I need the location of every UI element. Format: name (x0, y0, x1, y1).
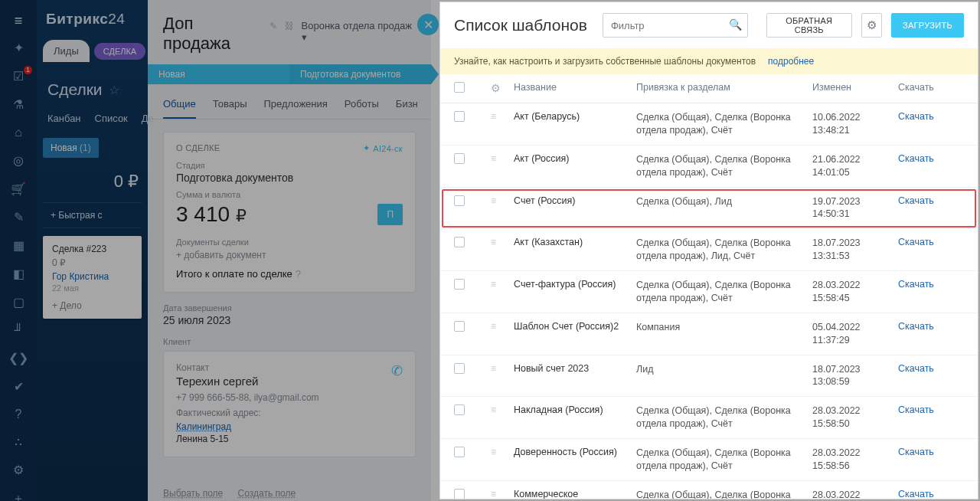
row-checkbox[interactable] (454, 447, 465, 457)
stage-chip-new[interactable]: Новая (1) (43, 138, 99, 158)
row-checkbox[interactable] (454, 321, 465, 332)
table-row[interactable]: ≡Акт (Казахстан)Сделка (Общая), Сделка (… (440, 229, 978, 271)
org-icon[interactable]: ▦ (9, 238, 28, 253)
select-all-checkbox[interactable] (454, 82, 465, 93)
robot-sidebar-icon[interactable]: ◧ (9, 267, 28, 281)
download-link[interactable]: Скачать (898, 489, 965, 499)
view-kanban[interactable]: Канбан (47, 113, 81, 124)
table-row[interactable]: ≡Новый счет 2023Лид18.07.202313:08:59Ска… (440, 355, 978, 398)
drag-handle-icon[interactable]: ≡ (491, 195, 514, 206)
quick-create[interactable]: Быстрая с (43, 202, 142, 228)
table-row[interactable]: ≡Доверенность (Россия)Сделка (Общая), Сд… (440, 439, 978, 481)
deals-icon[interactable]: ✦ (9, 41, 28, 55)
row-checkbox[interactable] (454, 237, 465, 247)
drag-handle-icon[interactable]: ≡ (491, 404, 514, 415)
drag-handle-icon[interactable]: ≡ (491, 489, 514, 499)
upload-button[interactable]: ЗАГРУЗИТЬ (891, 13, 964, 38)
col-name[interactable]: Название (514, 82, 636, 93)
row-checkbox[interactable] (454, 195, 465, 206)
contact-city[interactable]: Калининград (176, 421, 231, 432)
stage-1[interactable]: Новая (148, 64, 289, 84)
row-name: Коммерческое предложение (Россия) (514, 489, 636, 499)
download-link[interactable]: Скачать (898, 404, 965, 415)
drag-handle-icon[interactable]: ≡ (491, 153, 514, 164)
tab-leads[interactable]: Лиды (43, 40, 90, 62)
download-link[interactable]: Скачать (898, 237, 965, 247)
download-link[interactable]: Скачать (898, 279, 965, 290)
star-icon[interactable]: ☆ (109, 83, 119, 97)
doc-button[interactable]: П (377, 204, 403, 225)
help-itog-icon[interactable]: ? (296, 268, 301, 280)
download-link[interactable]: Скачать (898, 363, 965, 374)
tab-deal[interactable]: СДЕЛКА (94, 43, 145, 60)
row-checkbox[interactable] (454, 153, 465, 164)
tab-biz[interactable]: Бизн (396, 98, 418, 119)
table-row[interactable]: ≡Накладная (Россия)Сделка (Общая), Сделк… (440, 397, 978, 439)
col-mod[interactable]: Изменен (812, 82, 898, 93)
filter-input[interactable] (603, 13, 748, 38)
stage-2[interactable]: Подготовка документов (289, 64, 431, 84)
download-link[interactable]: Скачать (898, 321, 965, 332)
target-icon[interactable]: ◎ (9, 153, 28, 168)
drag-handle-icon[interactable]: ≡ (491, 447, 514, 457)
box-icon[interactable]: ▢ (9, 295, 28, 309)
row-checkbox[interactable] (454, 363, 465, 374)
cart-icon[interactable]: 🛒 (9, 182, 28, 196)
funnel-select[interactable]: Воронка отдела продаж ▾ (302, 20, 416, 43)
row-checkbox[interactable] (454, 489, 465, 499)
banner-more-link[interactable]: подробнее (768, 56, 814, 67)
tasks-icon[interactable]: ☑1 (9, 69, 28, 84)
view-more[interactable]: Де (142, 113, 154, 124)
gear-icon[interactable]: ⚙ (9, 463, 28, 477)
add-doc-link[interactable]: + добавить документ (176, 250, 403, 260)
home-icon[interactable]: ⌂ (9, 126, 28, 139)
tab-general[interactable]: Общие (163, 98, 196, 119)
download-link[interactable]: Скачать (898, 447, 965, 457)
tab-robots[interactable]: Роботы (345, 98, 379, 119)
tab-offers[interactable]: Предложения (263, 98, 327, 119)
view-list[interactable]: Список (95, 113, 128, 124)
plus-icon[interactable]: ＋ (9, 491, 28, 501)
tab-goods[interactable]: Товары (213, 98, 247, 119)
table-row[interactable]: ≡Акт (Россия)Сделка (Общая), Сделка (Вор… (440, 146, 978, 188)
deal-card[interactable]: Сделка #223 0 ₽ Гор Кристина 22 мая + Де… (43, 236, 142, 319)
pencil-icon[interactable]: ✎ (9, 210, 28, 224)
ai-link[interactable]: ✦ AI24-ск (363, 143, 403, 153)
search-icon[interactable]: 🔍 (729, 18, 742, 31)
code-icon[interactable]: ❮❯ (9, 351, 28, 365)
contact-name[interactable]: Терехин сергей (176, 375, 403, 388)
table-row[interactable]: ≡Акт (Беларусь)Сделка (Общая), Сделка (В… (440, 103, 978, 146)
table-row[interactable]: ≡Шаблон Счет (Россия)2Компания05.04.2022… (440, 313, 978, 355)
filter-icon[interactable]: ⚗ (9, 97, 28, 112)
table-row[interactable]: ≡Счет (Россия)Сделка (Общая), Лид19.07.2… (440, 188, 978, 230)
row-checkbox[interactable] (454, 404, 465, 415)
drag-handle-icon[interactable]: ≡ (491, 363, 514, 374)
create-field-link[interactable]: Создать поле (238, 488, 296, 499)
columns-gear-icon[interactable]: ⚙ (491, 82, 514, 94)
drag-handle-icon[interactable]: ≡ (491, 237, 514, 247)
choose-field-link[interactable]: Выбрать поле (163, 488, 223, 499)
sitemap-icon[interactable]: ⛬ (9, 435, 28, 449)
table-row[interactable]: ≡Коммерческое предложение (Россия)Сделка… (440, 481, 978, 499)
phone-icon[interactable]: ✆ (391, 362, 403, 379)
row-checkbox[interactable] (454, 279, 465, 290)
download-link[interactable]: Скачать (898, 195, 965, 206)
download-link[interactable]: Скачать (898, 111, 965, 122)
help-icon[interactable]: ? (9, 408, 28, 421)
edit-title-icon[interactable]: ✎ (270, 21, 277, 31)
drag-handle-icon[interactable]: ≡ (491, 279, 514, 290)
col-bind[interactable]: Привязка к разделам (636, 82, 812, 93)
table-row[interactable]: ≡Счет-фактура (Россия)Сделка (Общая), Сд… (440, 271, 978, 313)
settings-button[interactable]: ⚙ (861, 13, 882, 38)
deal-card-add[interactable]: + Дело (52, 300, 132, 311)
feedback-button[interactable]: ОБРАТНАЯ СВЯЗЬ (766, 13, 852, 38)
row-checkbox[interactable] (454, 111, 465, 122)
chart-icon[interactable]: ╜ (9, 323, 28, 337)
check-icon[interactable]: ✔ (9, 379, 28, 394)
menu-icon[interactable]: ≡ (9, 13, 28, 29)
drag-handle-icon[interactable]: ≡ (491, 321, 514, 332)
link-icon[interactable]: ⛓ (285, 21, 294, 31)
download-link[interactable]: Скачать (898, 153, 965, 164)
drag-handle-icon[interactable]: ≡ (491, 111, 514, 122)
close-panel-button[interactable]: ✕ (417, 14, 439, 35)
